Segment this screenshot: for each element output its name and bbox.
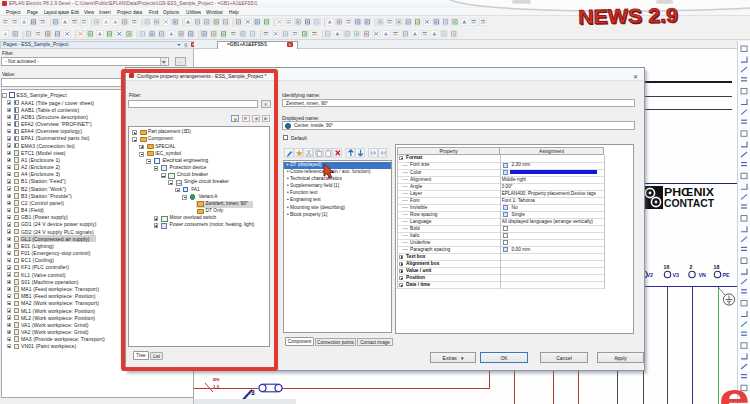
svg-text:CONTACT: CONTACT [664,197,714,209]
